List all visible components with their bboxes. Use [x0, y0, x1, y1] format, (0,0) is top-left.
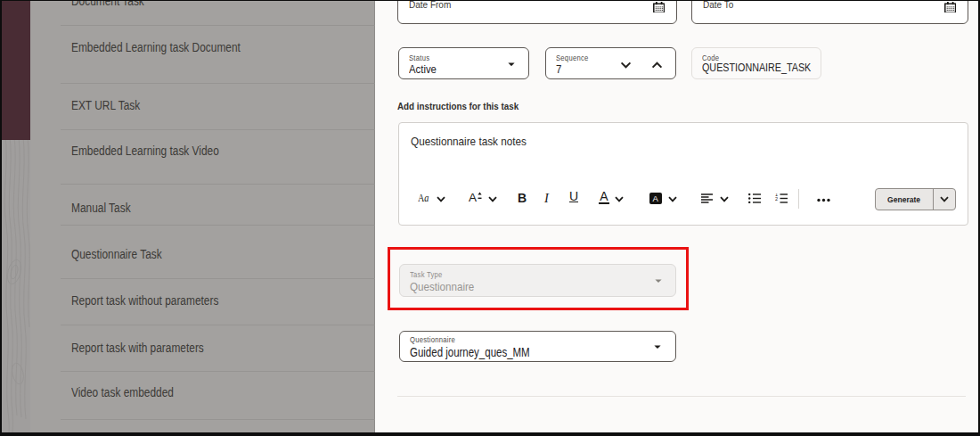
svg-text:2: 2: [775, 196, 778, 202]
